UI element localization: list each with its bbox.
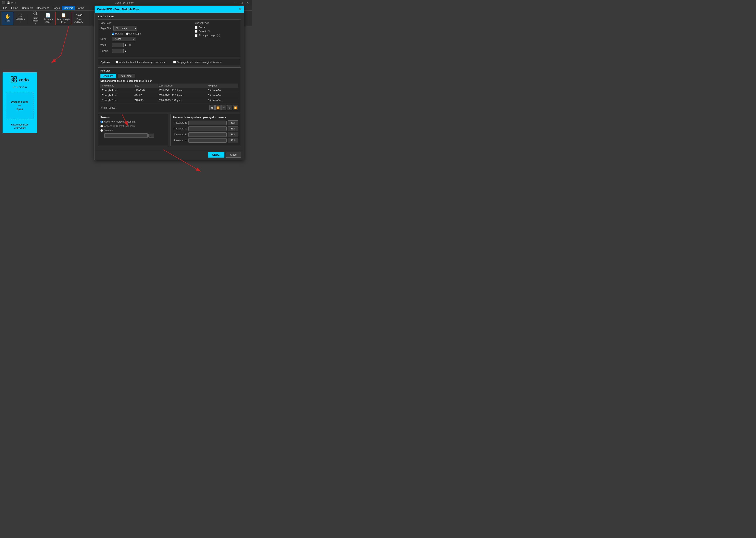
col-size: Size (133, 83, 157, 88)
selection-label: Selection (16, 18, 24, 20)
menu-document[interactable]: Document (35, 6, 51, 10)
move-down-btn[interactable]: ⬇ (227, 105, 232, 110)
options-section: Options Add a bookmark for each merged d… (98, 59, 241, 65)
units-label: Units: (100, 38, 110, 40)
save-as-label: Save As: (104, 129, 114, 132)
height-input[interactable]: 11 (112, 49, 124, 53)
menu-convert[interactable]: Convert (62, 6, 75, 10)
hand-icon: ✋ (5, 14, 10, 19)
from-multiple-files-btn[interactable]: 📋 From MultipleFiles (55, 12, 72, 25)
from-ms-label: From MSOffice (44, 18, 53, 23)
hand-tool-btn[interactable]: ✋ Hand (2, 12, 13, 25)
from-image-label: FromImage (32, 17, 39, 22)
table-row: Example 2.pdf 474 KB 2024-01-12, 12:33 p… (100, 93, 238, 98)
center-label: Center (199, 26, 206, 29)
from-image-icon: 🖼 (33, 12, 38, 16)
bookmark-checkbox[interactable] (116, 61, 118, 63)
from-autocad-label: FromAutoCAD (74, 18, 83, 23)
selection-tool-btn[interactable]: ⬚ Selection ▼ (14, 12, 26, 25)
open-new-radio[interactable] (100, 121, 103, 123)
dialog-footer: Start... Close (95, 150, 244, 160)
fit-crop-label: Fit crop to page (199, 34, 215, 37)
current-page-title: Current Page (195, 22, 238, 25)
append-radio[interactable] (100, 125, 103, 128)
bookmark-checkbox-label[interactable]: Add a bookmark for each merged document (116, 61, 165, 64)
password-3-label: Password 3: (173, 133, 187, 136)
results-section: Results Open New Merged Document Append … (98, 114, 168, 146)
browse-btn[interactable]: ... (148, 134, 154, 137)
menu-pages[interactable]: Pages (51, 6, 62, 10)
add-files-btn[interactable]: Add Files (100, 74, 116, 79)
quick-access-btn[interactable]: 💾 (7, 1, 10, 4)
file-list-buttons: Add Files Add Folder (100, 74, 238, 79)
height-row: Height: 11 in (100, 49, 191, 53)
width-label: Width: (100, 44, 110, 46)
close-btn[interactable]: ✕ (245, 1, 250, 4)
help-icon[interactable]: ? (217, 34, 220, 37)
undo-btn[interactable]: ↩ (11, 1, 13, 4)
add-folder-btn[interactable]: Add Folder (118, 74, 135, 79)
menu-comment[interactable]: Comment (20, 6, 35, 10)
move-up-btn[interactable]: ⬆ (221, 105, 226, 110)
portrait-radio[interactable]: Portrait (112, 32, 123, 35)
menu-forms[interactable]: Forms (75, 6, 86, 10)
knowledge-base-link[interactable]: Knowledge Base (11, 123, 28, 126)
portrait-label: Portrait (115, 32, 123, 35)
resize-pages-inner: New Page Page Size: No change Portrait (100, 22, 238, 55)
open-new-radio-label[interactable]: Open New Merged Document (100, 120, 165, 123)
file-name-3: Example 3.pdf (100, 98, 133, 103)
start-btn[interactable]: Start... (208, 152, 224, 158)
open-link[interactable]: Open (16, 108, 23, 111)
password-2-input[interactable] (188, 127, 227, 131)
save-as-radio[interactable] (100, 129, 103, 132)
dialog-close-btn[interactable]: ✕ (239, 7, 242, 11)
from-ms-office-btn[interactable]: 📄 From MSOffice (42, 12, 54, 25)
save-as-input[interactable] (104, 134, 148, 138)
password-1-label: Password 1: (173, 121, 187, 124)
scale-checkbox[interactable] (195, 30, 198, 33)
page-labels-checkbox-label[interactable]: Set page labels based on original file n… (173, 61, 222, 64)
from-autocad-btn[interactable]: DWG FromAutoCAD (73, 12, 85, 25)
save-as-radio-label[interactable]: Save As: (100, 129, 165, 132)
fit-crop-checkbox[interactable] (195, 34, 198, 37)
center-checkbox-label[interactable]: Center (195, 26, 238, 29)
password-1-input[interactable] (188, 121, 227, 125)
close-dialog-btn[interactable]: Close (226, 152, 241, 158)
from-ms-icon: 📄 (45, 13, 51, 17)
landscape-radio[interactable]: Landscape (126, 32, 141, 35)
minimize-btn[interactable]: — (233, 1, 238, 4)
delete-btn[interactable]: 🗑 (210, 105, 214, 110)
from-image-btn[interactable]: 🖼 FromImage ▼ (29, 12, 41, 25)
center-checkbox[interactable] (195, 26, 198, 29)
password-4-edit-btn[interactable]: Edit (228, 138, 238, 143)
resize-pages-section: New Page Page Size: No change Portrait (98, 20, 241, 57)
move-top-btn[interactable]: ⏫ (215, 105, 220, 110)
password-1-edit-btn[interactable]: Edit (228, 120, 238, 125)
file-size-1: 11200 KB (133, 88, 157, 93)
menu-file[interactable]: File (1, 6, 9, 10)
maximize-btn[interactable]: □ (240, 1, 244, 4)
xodo-dropzone[interactable]: Drag and drop or Open (6, 92, 33, 119)
page-size-select[interactable]: No change (114, 26, 137, 31)
password-3-edit-btn[interactable]: Edit (228, 132, 238, 137)
dialog-title-bar: Create PDF - From Multiple Files ✕ (95, 6, 244, 13)
password-3-input[interactable] (188, 133, 227, 137)
fit-crop-checkbox-label[interactable]: Fit crop to page ? (195, 34, 238, 37)
password-2-edit-btn[interactable]: Edit (228, 126, 238, 131)
height-label: Height: (100, 50, 110, 52)
width-input[interactable]: 8.5 (112, 43, 124, 47)
scale-checkbox-label[interactable]: Scale to fit (195, 30, 238, 33)
move-bottom-btn[interactable]: ⏬ (233, 105, 238, 110)
file-name-1: Example 1.pdf (100, 88, 133, 93)
landscape-label: Landscape (129, 32, 141, 35)
page-labels-checkbox[interactable] (173, 61, 176, 63)
units-select[interactable]: Inches (112, 37, 135, 41)
bookmark-label: Add a bookmark for each merged document (119, 61, 165, 64)
user-guide-link[interactable]: User Guide (14, 127, 26, 129)
append-radio-label[interactable]: Append To Current Document (100, 125, 165, 128)
redo-btn[interactable]: ↪ (14, 1, 16, 4)
password-4-input[interactable] (188, 138, 227, 143)
menu-home[interactable]: Home (9, 6, 20, 10)
file-modified-3: 2024-01-19, 8:42 p.m. (157, 98, 206, 103)
app-title: Xodo PDF Studio (16, 1, 233, 4)
